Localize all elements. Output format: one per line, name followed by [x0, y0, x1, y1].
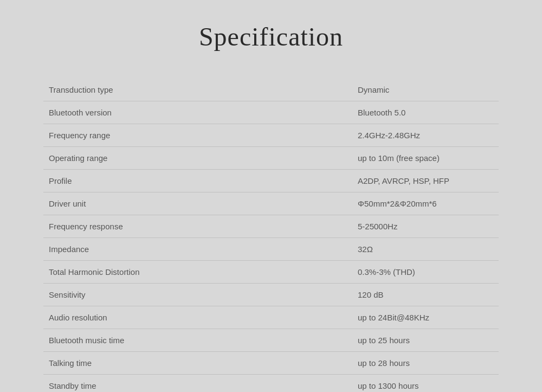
spec-row: Driver unitΦ50mm*2&Φ20mm*6	[43, 192, 499, 215]
page-container: Specification Transduction typeDynamicBl…	[0, 0, 542, 392]
spec-value: 0.3%-3% (THD)	[358, 267, 493, 277]
spec-row: Talking timeup to 28 hours	[43, 352, 499, 375]
spec-row: Impedance32Ω	[43, 238, 499, 261]
spec-row: Transduction typeDynamic	[43, 79, 499, 101]
spec-label: Sensitivity	[49, 290, 201, 299]
spec-row: Total Harmonic Distortion0.3%-3% (THD)	[43, 261, 499, 284]
spec-value: Φ50mm*2&Φ20mm*6	[358, 199, 493, 208]
spec-label: Talking time	[49, 358, 201, 368]
spec-value: Dynamic	[358, 85, 493, 94]
spec-label: Driver unit	[49, 199, 201, 208]
spec-row: Frequency range2.4GHz-2.48GHz	[43, 124, 499, 147]
spec-value: up to 24Bit@48KHz	[358, 313, 493, 322]
spec-value: A2DP, AVRCP, HSP, HFP	[358, 176, 493, 185]
spec-value: 2.4GHz-2.48GHz	[358, 131, 493, 140]
spec-label: Operating range	[49, 153, 201, 163]
spec-row: ProfileA2DP, AVRCP, HSP, HFP	[43, 170, 499, 192]
spec-label: Bluetooth version	[49, 108, 201, 117]
spec-row: Bluetooth music timeup to 25 hours	[43, 329, 499, 352]
spec-row: Sensitivity120 dB	[43, 284, 499, 306]
spec-label: Transduction type	[49, 85, 201, 94]
spec-value: up to 28 hours	[358, 358, 493, 368]
spec-label: Profile	[49, 176, 201, 185]
spec-value: up to 25 hours	[358, 336, 493, 345]
spec-row: Frequency response5-25000Hz	[43, 215, 499, 238]
spec-label: Frequency response	[49, 222, 201, 231]
spec-value: 32Ω	[358, 245, 493, 254]
spec-label: Standby time	[49, 381, 201, 390]
spec-row: Standby timeup to 1300 hours	[43, 375, 499, 392]
spec-label: Impedance	[49, 245, 201, 254]
spec-label: Bluetooth music time	[49, 336, 201, 345]
spec-value: up to 1300 hours	[358, 381, 493, 390]
spec-row: Audio resolutionup to 24Bit@48KHz	[43, 306, 499, 329]
page-title: Specification	[43, 22, 499, 52]
spec-label: Audio resolution	[49, 313, 201, 322]
spec-label: Total Harmonic Distortion	[49, 267, 201, 277]
spec-value: 5-25000Hz	[358, 222, 493, 231]
spec-value: Bluetooth 5.0	[358, 108, 493, 117]
spec-value: 120 dB	[358, 290, 493, 299]
spec-row: Operating rangeup to 10m (free space)	[43, 147, 499, 170]
spec-value: up to 10m (free space)	[358, 153, 493, 163]
spec-row: Bluetooth versionBluetooth 5.0	[43, 101, 499, 124]
spec-label: Frequency range	[49, 131, 201, 140]
spec-table: Transduction typeDynamicBluetooth versio…	[43, 79, 499, 392]
